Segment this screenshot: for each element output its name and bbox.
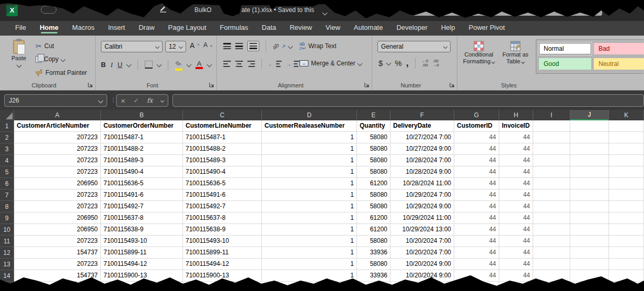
cell[interactable]: 1 [262, 178, 357, 189]
cell[interactable]: 7100115487-1 [101, 132, 183, 143]
cell[interactable]: 7100115493-10 [101, 236, 183, 247]
cell[interactable]: 44 [454, 201, 499, 212]
tab-home[interactable]: Home [33, 21, 65, 36]
cell[interactable]: 207223 [14, 236, 101, 247]
cell[interactable]: 61200 [357, 212, 390, 224]
cell[interactable] [101, 282, 183, 291]
cell[interactable]: 7100115899-11 [183, 247, 262, 259]
tab-review[interactable]: Review [283, 21, 319, 36]
cell[interactable]: 44 [499, 166, 533, 178]
cell[interactable] [609, 236, 644, 247]
paste-button[interactable]: Paste [6, 40, 31, 67]
row-header-12[interactable]: 12 [0, 247, 14, 259]
borders-chevron-icon[interactable] [157, 62, 162, 68]
column-header-F[interactable]: F [390, 110, 454, 120]
cell-style-neutral[interactable]: Neutral [594, 58, 644, 70]
cell[interactable]: 44 [454, 189, 499, 201]
cell[interactable]: 7100115636-5 [183, 178, 262, 189]
cell[interactable] [609, 178, 644, 189]
cell[interactable] [609, 212, 644, 224]
cell[interactable]: 44 [454, 270, 499, 282]
copy-button[interactable]: Copy [36, 55, 65, 63]
cell[interactable]: 44 [454, 247, 499, 259]
cell[interactable] [533, 259, 570, 270]
borders-button[interactable] [145, 61, 153, 69]
cell[interactable]: 1 [262, 189, 357, 201]
top-align-button[interactable] [223, 43, 231, 49]
cell[interactable]: 7100115638-9 [101, 224, 183, 236]
insert-function-button[interactable]: fx [147, 97, 153, 104]
cell[interactable]: 10/29/2024 7:00 [390, 189, 454, 201]
tab-automate[interactable]: Automate [347, 21, 390, 36]
cell[interactable]: 154737 [14, 247, 101, 259]
tab-formulas[interactable]: Formulas [213, 21, 255, 36]
cell[interactable] [570, 155, 609, 166]
cell[interactable]: 206950 [14, 178, 101, 189]
cell[interactable]: 7100115637-8 [183, 212, 262, 224]
cell[interactable]: 10/27/2024 9:00 [390, 143, 454, 155]
formula-input[interactable] [172, 94, 644, 107]
cell[interactable]: 207223 [14, 189, 101, 201]
cell[interactable] [570, 120, 609, 132]
cell[interactable] [570, 212, 609, 224]
cell[interactable]: Quantity [357, 120, 390, 132]
cell[interactable]: 1 [262, 224, 357, 236]
alignment-dialog-launcher[interactable] [364, 82, 370, 88]
cell[interactable] [609, 189, 644, 201]
cancel-button[interactable]: × [121, 96, 125, 105]
cell-style-good[interactable]: Good [539, 58, 591, 70]
cell[interactable]: 1 [262, 236, 357, 247]
cell[interactable]: 44 [499, 155, 533, 166]
cell[interactable]: 58080 [357, 166, 390, 178]
cell[interactable]: CustomerID [454, 120, 499, 132]
cell[interactable]: 207223 [14, 155, 101, 166]
column-header-H[interactable]: H [499, 110, 533, 120]
cell[interactable]: 10/20/2024 7:00 [390, 247, 454, 259]
name-box-chevron-icon[interactable] [98, 98, 104, 103]
name-box[interactable]: J26 [4, 94, 107, 107]
row-header-6[interactable]: 6 [0, 178, 14, 189]
cell[interactable] [262, 282, 357, 291]
cell[interactable] [533, 224, 570, 236]
cell[interactable] [609, 282, 644, 291]
merge-center-button[interactable]: ↔ Merge & Center [300, 60, 362, 67]
select-all-corner[interactable] [0, 110, 14, 120]
row-header-1[interactable]: 1 [0, 120, 14, 132]
cell[interactable] [533, 178, 570, 189]
fill-color-chevron-icon[interactable] [187, 62, 192, 68]
cell[interactable]: 207223 [14, 259, 101, 270]
cell[interactable]: 7100115636-5 [101, 178, 183, 189]
cell[interactable] [357, 282, 390, 291]
cell[interactable]: 7100115491-6 [183, 189, 262, 201]
column-header-J[interactable]: J [570, 110, 609, 120]
font-color-chevron-icon[interactable] [207, 62, 212, 68]
cell[interactable] [609, 143, 644, 155]
cell[interactable]: 58080 [357, 189, 390, 201]
cell[interactable]: 10/29/2024 13:00 [390, 224, 454, 236]
cell[interactable]: 207223 [14, 166, 101, 178]
cell[interactable]: CustomerRealeaseNumber [262, 120, 357, 132]
cell[interactable]: 1 [262, 166, 357, 178]
cell[interactable] [609, 247, 644, 259]
fill-color-button[interactable] [175, 59, 182, 71]
cell[interactable]: 44 [499, 201, 533, 212]
cell[interactable]: 33936 [357, 247, 390, 259]
cell[interactable] [533, 282, 570, 291]
font-name-combo[interactable]: Calibri [101, 41, 163, 52]
cell-style-normal[interactable]: Normal [539, 43, 591, 54]
decrease-decimal-button[interactable]: .00 →0 [432, 59, 439, 68]
row-header-8[interactable]: 8 [0, 201, 14, 212]
cell[interactable]: 58080 [357, 155, 390, 166]
cell[interactable] [609, 270, 644, 282]
cell[interactable] [570, 270, 609, 282]
cell[interactable]: 44 [454, 166, 499, 178]
cell[interactable]: 58080 [357, 143, 390, 155]
cell[interactable]: 1 [262, 132, 357, 143]
column-header-D[interactable]: D [262, 110, 357, 120]
cell[interactable]: 44 [454, 212, 499, 224]
cell[interactable] [609, 201, 644, 212]
cell[interactable]: 1 [262, 212, 357, 224]
excel-app-icon[interactable]: X [6, 5, 18, 16]
font-size-combo[interactable]: 12 [165, 41, 186, 52]
cell[interactable]: 7100115899-11 [101, 247, 183, 259]
